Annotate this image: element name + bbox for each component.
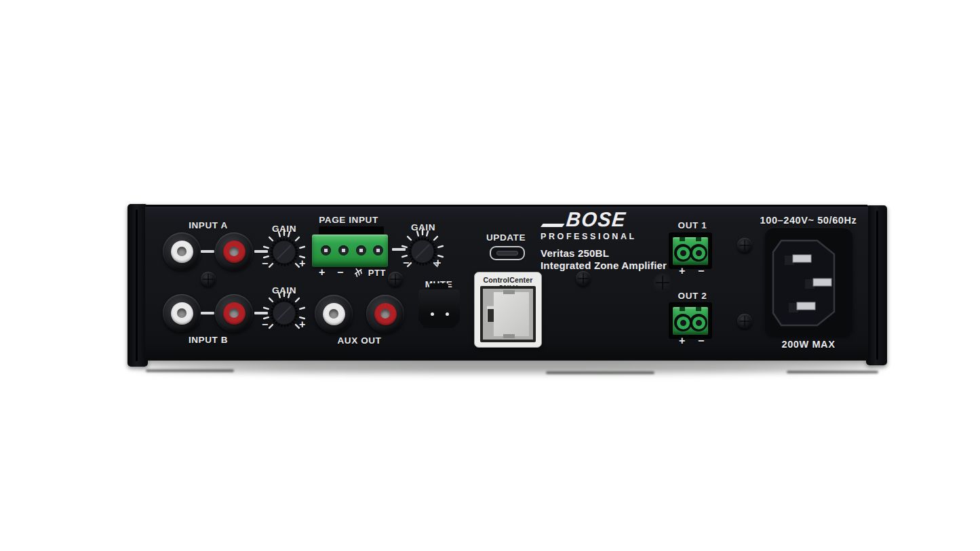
rj45-latch-slot bbox=[488, 309, 494, 322]
bose-logo-wordmark: BOSE bbox=[565, 208, 627, 231]
page-gain-min-label: − bbox=[403, 258, 409, 268]
panel-screw bbox=[653, 273, 672, 292]
device-shadow bbox=[787, 371, 878, 373]
page-gain-max-label: + bbox=[435, 258, 441, 268]
out1-euroblock bbox=[673, 237, 708, 265]
iec-inlet-graphic bbox=[764, 227, 853, 336]
terminal-screw bbox=[356, 245, 366, 256]
rack-ear-groove bbox=[136, 209, 138, 361]
update-label: UPDATE bbox=[475, 232, 536, 243]
input-b-right-rca-jack bbox=[215, 294, 253, 332]
rca-hole bbox=[329, 309, 338, 319]
connector-notch bbox=[696, 307, 701, 311]
input-a-label: INPUT A bbox=[178, 220, 239, 230]
rca-red-ring bbox=[374, 303, 397, 325]
page-input-label: PAGE INPUT bbox=[308, 215, 389, 225]
device-shadow bbox=[139, 363, 880, 372]
gain-b-knob bbox=[258, 287, 310, 339]
terminal-screw bbox=[321, 245, 331, 256]
panel-screw bbox=[201, 272, 216, 287]
page-minus-label: − bbox=[337, 267, 343, 278]
rca-red-ring bbox=[223, 241, 246, 263]
out2-plus-label: + bbox=[679, 335, 685, 346]
mute-connector bbox=[418, 289, 460, 328]
terminal-screw bbox=[373, 245, 383, 256]
rca-hole bbox=[229, 247, 239, 256]
controlcenter-port: ControlCenter ONLY bbox=[474, 272, 542, 348]
device-shadow bbox=[146, 369, 234, 372]
knob-graphic bbox=[397, 226, 448, 277]
out2-minus-terminal bbox=[690, 314, 707, 331]
gain-a-knob bbox=[258, 226, 310, 278]
input-b-label: INPUT B bbox=[178, 335, 239, 345]
knob-graphic bbox=[258, 287, 310, 339]
out1-minus-terminal bbox=[690, 244, 707, 262]
rj45-frame bbox=[480, 286, 536, 342]
power-rating-label: 100–240V~ 50/60Hz bbox=[751, 216, 866, 226]
input-a-right-rca-jack bbox=[215, 232, 253, 270]
panel-top-edge bbox=[145, 205, 868, 207]
connector-notch bbox=[680, 237, 685, 241]
rca-hole bbox=[177, 247, 187, 256]
out1-plus-label: + bbox=[679, 266, 685, 277]
out1-label: OUT 1 bbox=[665, 220, 720, 230]
out2-connector bbox=[669, 302, 712, 339]
rack-ear-right bbox=[866, 205, 887, 365]
power-max-label: 200W MAX bbox=[761, 340, 856, 350]
mute-pin bbox=[446, 312, 449, 316]
wiring-dash bbox=[201, 312, 214, 314]
rca-red-ring bbox=[223, 302, 246, 325]
rca-white-ring bbox=[171, 241, 193, 263]
panel-screw bbox=[737, 314, 752, 329]
knob-graphic bbox=[258, 226, 310, 278]
ptt-label: PTT bbox=[366, 268, 388, 278]
input-b-left-rca-jack bbox=[163, 294, 201, 332]
out2-minus-label: − bbox=[698, 335, 704, 346]
aux-out-label: AUX OUT bbox=[329, 335, 390, 346]
chassis-ground-icon bbox=[353, 267, 364, 277]
model-label: Veritas 250BL bbox=[541, 247, 669, 259]
rack-ear-groove bbox=[876, 211, 878, 360]
rca-hole bbox=[177, 308, 187, 318]
terminal-screw bbox=[338, 245, 349, 256]
rca-hole bbox=[229, 308, 239, 318]
connector-notch bbox=[696, 237, 701, 241]
iec-c14-inlet bbox=[764, 227, 853, 336]
out2-label: OUT 2 bbox=[665, 291, 720, 301]
rj45-cavity bbox=[483, 289, 533, 340]
wiring-dash bbox=[201, 250, 214, 253]
gain-a-max-label: + bbox=[299, 258, 305, 269]
out1-minus-label: − bbox=[698, 266, 704, 277]
bose-logo-underline bbox=[541, 224, 564, 227]
panel-screw bbox=[576, 271, 591, 286]
gain-b-max-label: + bbox=[299, 319, 305, 330]
brand-block: BOSE PROFESSIONAL Veritas 250BL Integrat… bbox=[541, 211, 669, 271]
panel-screw bbox=[737, 238, 752, 253]
product-name-label: Integrated Zone Amplifier bbox=[541, 260, 669, 271]
aux-out-left-rca-jack bbox=[315, 295, 353, 333]
bose-logo: BOSE bbox=[541, 211, 669, 231]
rj45-nub bbox=[503, 334, 515, 338]
out1-connector bbox=[669, 232, 712, 269]
connector-notch bbox=[680, 307, 685, 311]
mute-pin bbox=[431, 312, 434, 316]
gain-b-min-label: − bbox=[262, 319, 268, 330]
panel-screw bbox=[388, 272, 403, 287]
device-shadow bbox=[546, 371, 654, 374]
aux-out-right-rca-jack bbox=[366, 295, 404, 333]
page-gain-knob bbox=[397, 226, 448, 277]
page-plus-label: + bbox=[319, 267, 325, 278]
input-a-left-rca-jack bbox=[163, 232, 201, 270]
out2-euroblock bbox=[673, 307, 708, 335]
brand-division-label: PROFESSIONAL bbox=[541, 232, 669, 241]
product-photo-bose-amplifier-rear: INPUT A GAIN − + PAGE INPUT bbox=[0, 0, 980, 551]
usb-c-port bbox=[490, 246, 525, 260]
rca-hole bbox=[380, 309, 390, 319]
rca-white-ring bbox=[171, 302, 193, 325]
page-input-euroblock-connector bbox=[312, 234, 388, 267]
usb-c-slot bbox=[496, 251, 518, 256]
gain-a-min-label: − bbox=[262, 258, 268, 269]
rca-white-ring bbox=[323, 303, 345, 325]
rj45-nub bbox=[503, 290, 515, 294]
